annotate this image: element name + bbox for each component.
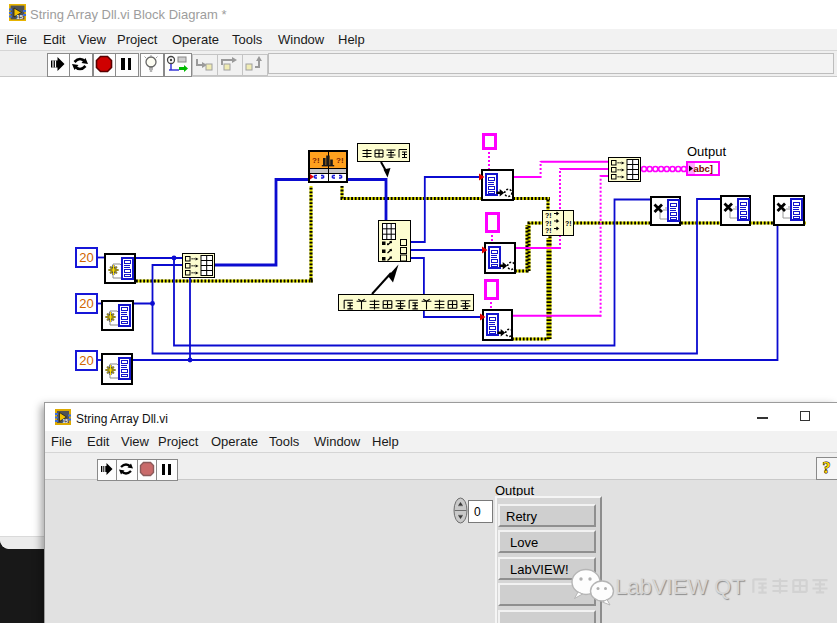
svg-text:?: ? [823,459,831,476]
svg-text:?!: ?! [545,220,552,227]
svg-text:15: 15 [62,418,68,424]
svg-text:?!: ?! [545,212,552,219]
svg-text:?!: ?! [545,227,552,234]
svg-text:?!: ?! [565,220,572,227]
svg-text:abc]: abc] [694,163,714,174]
